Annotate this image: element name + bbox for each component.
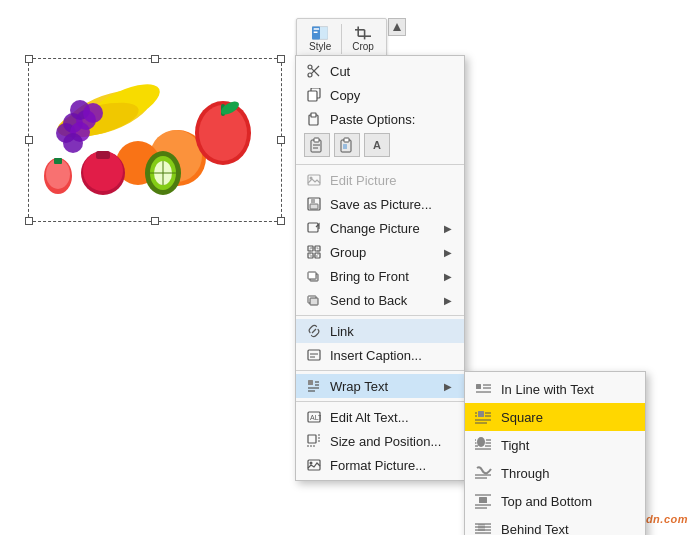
separator-2 [296,315,464,316]
separator-4 [296,401,464,402]
crop-label: Crop [352,41,374,52]
menu-item-bring-to-front[interactable]: Bring to Front ▶ [296,264,464,288]
svg-rect-80 [478,411,484,417]
svg-rect-57 [311,199,315,203]
svg-rect-45 [311,113,316,117]
svg-rect-28 [54,158,62,164]
alt-icon: ALT [304,409,324,425]
fruit-image [28,58,283,223]
tight-label: Tight [501,438,529,453]
behind-text-icon [473,520,495,535]
svg-rect-71 [308,380,313,385]
toolbar-separator [341,24,342,54]
link-label: Link [330,324,354,339]
behind-text-label: Behind Text [501,522,569,536]
size-position-icon [304,433,324,449]
insert-caption-label: Insert Caption... [330,348,422,363]
svg-rect-122 [308,435,316,443]
menu-item-edit-alt[interactable]: ALT Edit Alt Text... [296,405,464,429]
caption-icon [304,347,324,363]
expand-button[interactable] [388,18,406,36]
submenu-top-bottom[interactable]: Top and Bottom [465,487,645,515]
svg-rect-47 [314,138,319,142]
svg-rect-68 [308,350,320,360]
menu-item-format-picture[interactable]: Format Picture... [296,453,464,477]
svg-marker-37 [393,23,401,31]
square-wrap-icon [473,408,495,426]
svg-rect-98 [479,497,487,503]
format-picture-icon [304,457,324,473]
change-picture-arrow: ▶ [444,223,452,234]
svg-point-38 [308,65,312,69]
paste-btn-3[interactable]: A [364,133,390,157]
edit-picture-icon [304,172,324,188]
save-picture-label: Save as Picture... [330,197,432,212]
svg-point-10 [63,133,83,153]
crop-button[interactable]: Crop [348,23,378,54]
menu-item-copy[interactable]: Copy [296,83,464,107]
menu-item-link[interactable]: Link [296,319,464,343]
submenu-through[interactable]: Through [465,459,645,487]
svg-rect-76 [476,384,481,389]
submenu-tight[interactable]: Tight [465,431,645,459]
svg-rect-51 [344,138,349,142]
format-picture-label: Format Picture... [330,458,426,473]
svg-point-7 [83,103,103,123]
menu-item-save-as-picture[interactable]: Save as Picture... [296,192,464,216]
wrap-text-label: Wrap Text [330,379,388,394]
bring-front-icon [304,268,324,284]
menu-item-paste-options: Paste Options: [296,107,464,129]
svg-rect-52 [343,144,347,149]
svg-rect-56 [310,204,318,209]
send-back-icon [304,292,324,308]
svg-rect-58 [308,223,318,232]
svg-point-39 [308,73,312,77]
menu-item-wrap-text[interactable]: Wrap Text ▶ In Line with Text [296,374,464,398]
svg-rect-43 [308,91,317,101]
menu-item-insert-caption[interactable]: Insert Caption... [296,343,464,367]
svg-rect-25 [96,151,110,159]
wrap-text-arrow: ▶ [444,381,452,392]
tight-icon [473,436,495,454]
svg-rect-32 [314,31,318,33]
through-icon [473,464,495,482]
svg-rect-67 [310,298,318,305]
top-bottom-icon [473,492,495,510]
send-back-label: Send to Back [330,293,407,308]
cut-label: Cut [330,64,350,79]
send-back-arrow: ▶ [444,295,452,306]
link-icon [304,323,324,339]
menu-item-cut[interactable]: Cut [296,59,464,83]
menu-item-change-picture[interactable]: Change Picture ▶ [296,216,464,240]
inline-icon [473,380,495,398]
group-label: Group [330,245,366,260]
submenu-behind-text[interactable]: Behind Text [465,515,645,535]
separator-3 [296,370,464,371]
paste-options-label: Paste Options: [330,112,415,127]
wrap-text-icon [304,378,324,394]
paste-btn-1[interactable] [304,133,330,157]
copy-icon [304,87,324,103]
menu-item-group[interactable]: Group ▶ [296,240,464,264]
document-area: Style Crop [0,0,700,535]
edit-alt-label: Edit Alt Text... [330,410,409,425]
submenu-square[interactable]: Square [465,403,645,431]
svg-point-87 [477,437,485,447]
context-menu: Cut Copy Paste Options: [295,55,465,481]
paste-icon [304,111,324,127]
svg-text:ALT: ALT [310,414,321,421]
scissors-icon [304,63,324,79]
submenu-inline[interactable]: In Line with Text [465,375,645,403]
wrap-text-submenu: In Line with Text [464,371,646,535]
change-picture-icon [304,220,324,236]
change-picture-label: Change Picture [330,221,420,236]
paste-btn-2[interactable] [334,133,360,157]
separator-1 [296,164,464,165]
svg-point-130 [310,462,313,465]
style-button[interactable]: Style [305,23,335,54]
save-picture-icon [304,196,324,212]
copy-label: Copy [330,88,360,103]
square-label: Square [501,410,543,425]
menu-item-send-to-back[interactable]: Send to Back ▶ [296,288,464,312]
menu-item-size-position[interactable]: Size and Position... [296,429,464,453]
